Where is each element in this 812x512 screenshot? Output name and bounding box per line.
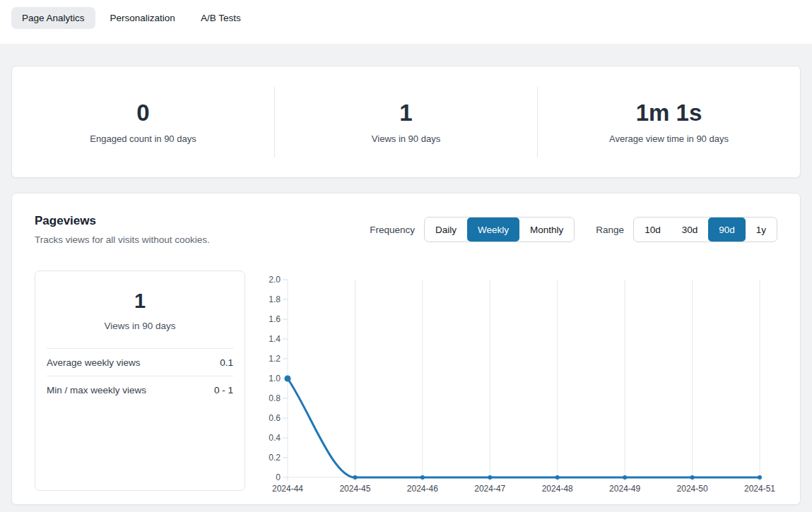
svg-text:1.4: 1.4	[269, 334, 281, 344]
frequency-option-weekly[interactable]: Weekly	[467, 218, 519, 242]
svg-text:2024-45: 2024-45	[339, 484, 370, 494]
svg-text:0.8: 0.8	[269, 393, 281, 403]
tab-page-analytics[interactable]: Page Analytics	[11, 7, 95, 29]
svg-text:1.6: 1.6	[269, 314, 281, 324]
min-max-weekly-views-row: Min / max weekly views 0 - 1	[47, 376, 233, 403]
svg-text:2024-48: 2024-48	[542, 484, 573, 494]
frequency-option-monthly[interactable]: Monthly	[519, 218, 574, 242]
svg-text:0.6: 0.6	[269, 413, 281, 423]
pageviews-header: Pageviews Tracks views for all visits wi…	[35, 214, 777, 245]
svg-text:0: 0	[276, 472, 281, 482]
line-chart-svg: 2024-442024-452024-462024-472024-482024-…	[261, 270, 778, 495]
frequency-segmented-control: Daily Weekly Monthly	[424, 217, 575, 242]
chart-controls: Frequency Daily Weekly Monthly Range 10d…	[370, 217, 777, 242]
analytics-main: 0 Engaged count in 90 days 1 Views in 90…	[0, 44, 812, 505]
range-segmented-control: 10d 30d 90d 1y	[633, 217, 777, 242]
stat-views: 1 Views in 90 days	[275, 100, 537, 145]
svg-text:2024-50: 2024-50	[677, 484, 708, 494]
pageviews-titles: Pageviews Tracks views for all visits wi…	[35, 214, 210, 245]
svg-text:1.8: 1.8	[269, 294, 281, 304]
stat-engaged-value: 0	[12, 100, 274, 126]
stat-views-label: Views in 90 days	[275, 133, 537, 144]
average-weekly-views-label: Average weekly views	[47, 357, 141, 368]
range-option-90d[interactable]: 90d	[708, 218, 746, 242]
svg-text:2024-46: 2024-46	[407, 484, 438, 494]
stat-engaged-count: 0 Engaged count in 90 days	[12, 100, 274, 145]
svg-text:2.0: 2.0	[269, 275, 281, 285]
views-summary-value: 1	[47, 290, 233, 313]
pageviews-body: 1 Views in 90 days Average weekly views …	[35, 270, 777, 498]
stat-avg-time-label: Average view time in 90 days	[538, 133, 800, 144]
tab-personalization[interactable]: Personalization	[100, 7, 186, 29]
range-label: Range	[596, 225, 624, 235]
min-max-weekly-views-label: Min / max weekly views	[47, 385, 146, 395]
svg-text:0.2: 0.2	[269, 453, 281, 463]
average-weekly-views-value: 0.1	[220, 357, 233, 368]
range-option-30d[interactable]: 30d	[671, 218, 709, 242]
svg-text:1.2: 1.2	[269, 354, 281, 364]
stat-avg-time-value: 1m 1s	[538, 100, 800, 126]
svg-text:2024-49: 2024-49	[609, 484, 640, 494]
svg-text:0.4: 0.4	[269, 433, 281, 443]
pageviews-subtitle: Tracks views for all visits without cook…	[35, 234, 210, 245]
frequency-control: Frequency Daily Weekly Monthly	[370, 217, 575, 242]
range-option-1y[interactable]: 1y	[746, 218, 777, 242]
svg-text:1.0: 1.0	[269, 374, 281, 383]
summary-stats-card: 0 Engaged count in 90 days 1 Views in 90…	[11, 66, 801, 178]
views-summary-label: Views in 90 days	[47, 321, 233, 331]
range-option-10d[interactable]: 10d	[634, 218, 671, 242]
frequency-label: Frequency	[370, 225, 415, 235]
tab-ab-tests[interactable]: A/B Tests	[190, 7, 252, 29]
svg-text:2024-44: 2024-44	[272, 484, 303, 494]
frequency-option-daily[interactable]: Daily	[425, 218, 467, 242]
stat-avg-view-time: 1m 1s Average view time in 90 days	[538, 100, 800, 145]
stat-engaged-label: Engaged count in 90 days	[12, 133, 274, 144]
average-weekly-views-row: Average weekly views 0.1	[47, 348, 233, 376]
stat-views-value: 1	[275, 100, 537, 126]
range-control: Range 10d 30d 90d 1y	[596, 217, 777, 242]
views-summary-box: 1 Views in 90 days Average weekly views …	[35, 270, 245, 491]
svg-text:2024-47: 2024-47	[474, 484, 505, 494]
tab-bar: Page Analytics Personalization A/B Tests	[0, 0, 812, 44]
pageviews-title: Pageviews	[35, 214, 210, 228]
views-summary-rows: Average weekly views 0.1 Min / max weekl…	[47, 348, 233, 403]
svg-text:2024-51: 2024-51	[744, 484, 775, 494]
pageviews-line-chart: 2024-442024-452024-462024-472024-482024-…	[261, 270, 777, 498]
pageviews-card: Pageviews Tracks views for all visits wi…	[11, 193, 801, 505]
min-max-weekly-views-value: 0 - 1	[214, 385, 233, 395]
